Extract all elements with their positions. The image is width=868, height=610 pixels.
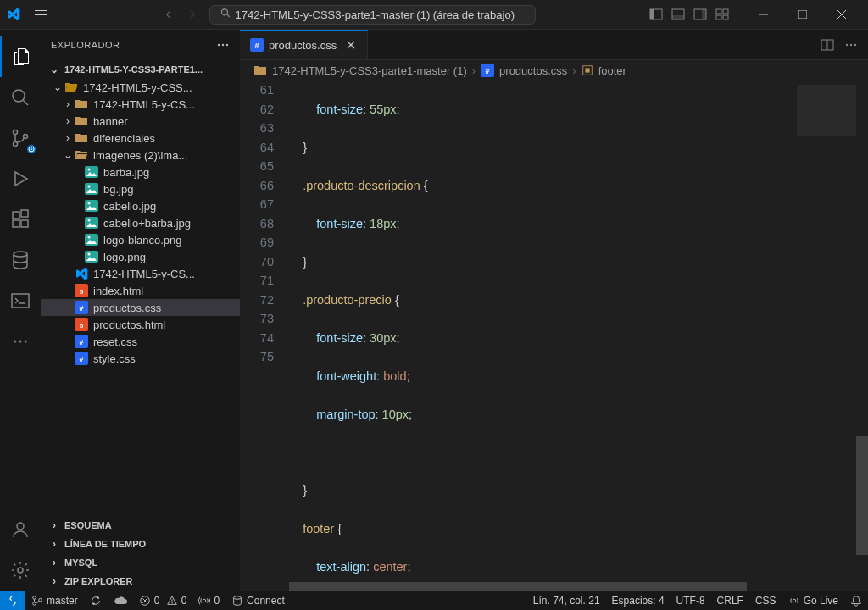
activity-accounts[interactable] [0, 509, 41, 550]
sidebar: EXPLORADOR ⌄ 1742-HTML5-Y-CSS3-PARTE1...… [41, 30, 240, 591]
tree-item[interactable]: logo.png [41, 248, 240, 265]
activity-more[interactable] [0, 321, 41, 362]
svg-point-11 [13, 90, 25, 102]
svg-point-28 [222, 44, 224, 46]
sidebar-more-icon[interactable] [216, 38, 230, 52]
editor: # productos.css 1742-HTML5-y-CSS3-parte1… [240, 30, 868, 591]
tree-item[interactable]: bg.jpg [41, 180, 240, 197]
minimap[interactable] [797, 80, 856, 591]
tree-item[interactable]: barba.jpg [41, 164, 240, 180]
svg-text:#: # [79, 338, 83, 347]
svg-rect-3 [672, 15, 684, 19]
svg-rect-21 [12, 294, 29, 308]
activity-explorer[interactable] [0, 36, 41, 77]
tree-item[interactable]: #reset.css [41, 333, 240, 350]
svg-point-37 [88, 219, 91, 222]
svg-rect-1 [650, 9, 654, 19]
breadcrumb-folder[interactable]: 1742-HTML5-y-CSS3-parte1-master (1) [272, 64, 467, 77]
split-editor-icon[interactable] [821, 38, 834, 52]
svg-point-65 [39, 598, 42, 602]
svg-point-23 [19, 341, 22, 343]
breadcrumb-file[interactable]: productos.css [499, 64, 567, 77]
svg-text:#: # [254, 42, 259, 50]
tree-item[interactable]: #style.css [41, 350, 240, 367]
activity-extensions[interactable] [0, 199, 41, 240]
layout-sidebar-right-icon[interactable] [693, 8, 707, 21]
status-language[interactable]: CSS [749, 591, 782, 610]
menu-icon[interactable] [34, 8, 47, 21]
tree-item[interactable]: ›banner [41, 113, 240, 130]
vscode-logo-icon [7, 8, 20, 21]
tree-item[interactable]: ⌄imagenes (2)\ima... [41, 147, 240, 164]
svg-text:#: # [79, 304, 83, 313]
tree-item[interactable]: ›1742-HTML5-y-CS... [41, 96, 240, 113]
outline-section[interactable]: ›ESQUEMA [41, 516, 240, 535]
vertical-scrollbar[interactable] [856, 80, 868, 591]
breadcrumbs[interactable]: 1742-HTML5-y-CSS3-parte1-master (1) › # … [240, 60, 868, 80]
tree-item[interactable]: ⌄1742-HTML5-y-CSS... [41, 79, 240, 96]
tab-productos-css[interactable]: # productos.css [240, 30, 368, 59]
tabs-bar: # productos.css [240, 30, 868, 60]
svg-rect-19 [21, 210, 28, 217]
svg-rect-9 [723, 15, 728, 19]
tree-item[interactable]: 1742-HTML5-y-CS... [41, 265, 240, 282]
nav-back-icon[interactable] [162, 8, 175, 21]
status-notifications[interactable] [844, 591, 868, 610]
nav-forward-icon[interactable] [186, 8, 199, 21]
horizontal-scrollbar[interactable] [240, 582, 856, 591]
css-file-icon: # [481, 64, 494, 77]
search-icon [219, 8, 231, 20]
layout-sidebar-left-icon[interactable] [649, 8, 663, 21]
activity-terminal[interactable] [0, 280, 41, 321]
code-content[interactable]: font-size: 55px; } .producto-descripcion… [289, 80, 868, 591]
status-ports[interactable]: 0 [192, 591, 225, 610]
status-cursor-position[interactable]: Lín. 74, col. 21 [527, 591, 606, 610]
tree-item[interactable]: cabello+barba.jpg [41, 214, 240, 231]
more-actions-icon[interactable] [844, 38, 858, 52]
tree-item[interactable]: 5productos.html [41, 316, 240, 333]
tree-item[interactable]: cabello.jpg [41, 197, 240, 214]
svg-text:5: 5 [80, 288, 84, 296]
svg-point-39 [88, 236, 91, 239]
activity-settings[interactable] [0, 550, 41, 591]
search-text: 1742-HTML5-y-CSS3-parte1-master (1) (áre… [236, 8, 515, 21]
layout-customize-icon[interactable] [715, 8, 729, 21]
status-eol[interactable]: CRLF [711, 591, 749, 610]
tree-item[interactable]: ›diferenciales [41, 130, 240, 147]
svg-point-12 [14, 130, 18, 135]
zip-explorer-section[interactable]: ›ZIP EXPLORER [41, 572, 240, 591]
svg-point-35 [88, 202, 91, 205]
tree-item[interactable]: 5index.html [41, 282, 240, 299]
svg-point-25 [17, 523, 24, 530]
status-connect[interactable]: Connect [225, 591, 291, 610]
status-golive[interactable]: Go Live [782, 591, 844, 610]
svg-text:#: # [486, 67, 490, 75]
tab-close-icon[interactable] [345, 39, 357, 51]
status-cloudflare[interactable] [108, 591, 133, 610]
status-problems[interactable]: 0 0 [133, 591, 193, 610]
command-center[interactable]: 1742-HTML5-y-CSS3-parte1-master (1) (áre… [209, 5, 536, 25]
svg-point-22 [14, 341, 16, 343]
status-sync[interactable] [84, 591, 108, 610]
window-maximize-icon[interactable] [783, 0, 822, 30]
code-area[interactable]: 616263646566676869707172737475 font-size… [240, 80, 868, 591]
workspace-section[interactable]: ⌄ 1742-HTML5-Y-CSS3-PARTE1... [41, 60, 240, 79]
svg-rect-16 [13, 212, 19, 219]
activity-run-debug[interactable] [0, 158, 41, 199]
activity-database[interactable] [0, 240, 41, 280]
activity-search[interactable] [0, 77, 41, 118]
window-close-icon[interactable] [822, 0, 861, 30]
activity-source-control[interactable] [0, 118, 41, 158]
status-encoding[interactable]: UTF-8 [670, 591, 711, 610]
folder-icon [253, 64, 267, 77]
remote-button[interactable] [0, 591, 25, 610]
mysql-section[interactable]: ›MYSQL [41, 553, 240, 572]
timeline-section[interactable]: ›LÍNEA DE TIEMPO [41, 535, 240, 553]
status-spaces[interactable]: Espacios: 4 [606, 591, 670, 610]
status-branch[interactable]: master [25, 591, 84, 610]
tree-item[interactable]: #productos.css [41, 299, 240, 316]
tree-item[interactable]: logo-blanco.png [41, 231, 240, 248]
window-minimize-icon[interactable] [744, 0, 783, 30]
breadcrumb-symbol[interactable]: footer [598, 64, 626, 77]
layout-panel-icon[interactable] [671, 8, 685, 21]
